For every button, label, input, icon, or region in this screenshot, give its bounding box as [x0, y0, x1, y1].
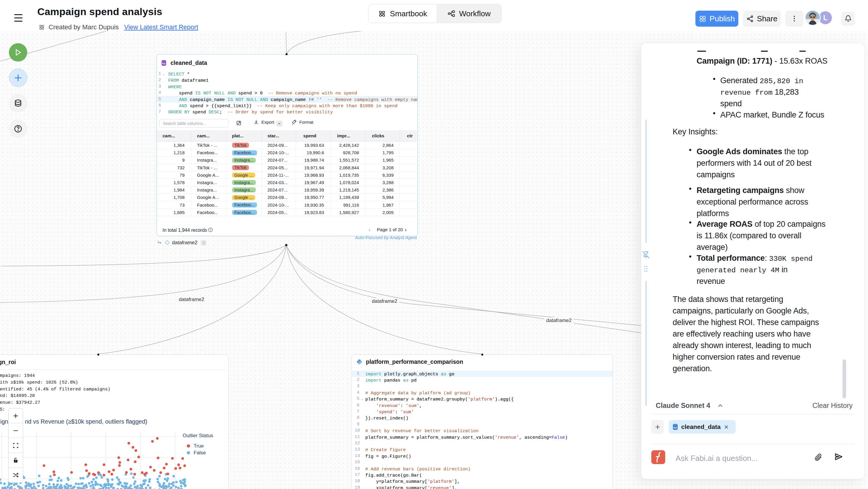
svg-text:SQL: SQL — [162, 62, 166, 65]
svg-text:SQL: SQL — [673, 427, 678, 429]
